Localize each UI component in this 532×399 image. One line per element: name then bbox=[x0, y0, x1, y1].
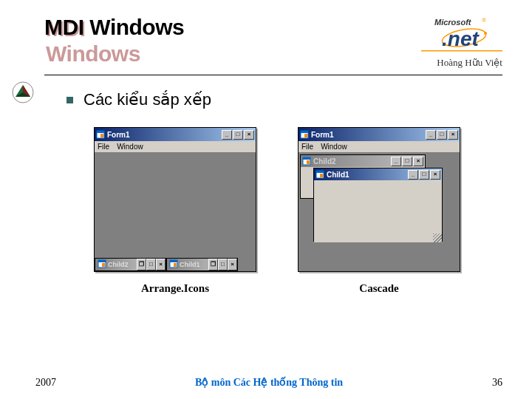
svg-rect-18 bbox=[174, 263, 177, 267]
maximize-button[interactable]: □ bbox=[233, 130, 243, 140]
svg-rect-17 bbox=[170, 260, 177, 262]
footer-center: Bộ môn Các Hệ thống Thông tin bbox=[80, 376, 458, 389]
resize-grip-icon[interactable] bbox=[451, 262, 460, 271]
header-divider bbox=[44, 75, 502, 75]
menubar: File Window bbox=[95, 141, 256, 153]
minimize-button[interactable]: _ bbox=[426, 130, 436, 140]
svg-rect-20 bbox=[301, 131, 308, 133]
mdi-client-area-cascade: Child2 _ □ × bbox=[299, 153, 460, 271]
footer-year: 2007 bbox=[35, 377, 80, 389]
svg-rect-27 bbox=[320, 174, 323, 177]
maximize-button[interactable]: □ bbox=[437, 130, 447, 140]
maximize-button[interactable]: □ bbox=[146, 259, 156, 270]
minimize-button[interactable]: _ bbox=[391, 157, 401, 166]
svg-rect-5 bbox=[421, 50, 502, 52]
minimized-child2[interactable]: Child2 ❐ □ × bbox=[95, 258, 166, 271]
menu-file[interactable]: File bbox=[301, 143, 313, 151]
form-icon bbox=[96, 130, 105, 139]
svg-text:.net: .net bbox=[442, 27, 480, 50]
close-button[interactable]: × bbox=[156, 259, 166, 270]
svg-rect-15 bbox=[102, 263, 105, 267]
dotnet-logo: Microsoft ® .net bbox=[421, 15, 502, 55]
svg-text:Microsoft: Microsoft bbox=[434, 18, 472, 27]
svg-rect-12 bbox=[100, 134, 103, 137]
svg-rect-21 bbox=[304, 134, 307, 137]
minimize-button[interactable]: _ bbox=[408, 170, 418, 180]
mdi-client-area-arrange: Child2 ❐ □ × bbox=[95, 153, 256, 271]
minimize-button[interactable]: _ bbox=[222, 130, 232, 140]
close-button[interactable]: × bbox=[228, 259, 237, 270]
svg-rect-14 bbox=[98, 260, 106, 262]
minimized-child1[interactable]: Child1 ❐ □ × bbox=[166, 258, 238, 271]
child2-title: Child2 bbox=[313, 157, 391, 166]
mdi-arrangeicons-window: Form1 _ □ × File Window bbox=[94, 127, 256, 272]
form-icon bbox=[169, 259, 178, 270]
maximize-button[interactable]: □ bbox=[402, 157, 412, 166]
form-icon bbox=[316, 170, 324, 179]
svg-rect-24 bbox=[307, 160, 310, 164]
menu-window[interactable]: Window bbox=[117, 143, 143, 151]
child1-title: Child1 bbox=[327, 171, 408, 179]
footer-page: 36 bbox=[458, 377, 502, 389]
restore-button[interactable]: ❐ bbox=[137, 259, 146, 270]
restore-button[interactable]: ❐ bbox=[208, 259, 218, 270]
svg-rect-11 bbox=[97, 131, 104, 133]
titlebar-title: Form1 bbox=[107, 131, 222, 139]
svg-text:®: ® bbox=[482, 17, 486, 24]
svg-rect-23 bbox=[303, 157, 310, 160]
menubar: File Window bbox=[299, 141, 460, 153]
close-button[interactable]: × bbox=[448, 130, 458, 140]
form-icon bbox=[302, 157, 311, 166]
maximize-button[interactable]: □ bbox=[419, 170, 429, 180]
caption-cascade: Cascade bbox=[359, 282, 398, 295]
triangle-icon bbox=[12, 81, 34, 103]
child-window-child1[interactable]: Child1 _ □ × bbox=[313, 168, 443, 242]
bullet-text-1: Các kiểu sắp xếp bbox=[83, 90, 211, 109]
author-name: Hoàng Hữu Việt bbox=[421, 57, 502, 69]
close-button[interactable]: × bbox=[413, 157, 423, 166]
min-child1-label: Child1 bbox=[180, 261, 200, 268]
menu-window[interactable]: Window bbox=[321, 143, 347, 151]
slide-title: MDI Windows bbox=[44, 15, 184, 40]
titlebar-form1-cascade[interactable]: Form1 _ □ × bbox=[299, 128, 460, 141]
menu-file[interactable]: File bbox=[98, 143, 109, 151]
close-button[interactable]: × bbox=[430, 170, 440, 180]
square-bullet-icon bbox=[66, 97, 73, 103]
maximize-button[interactable]: □ bbox=[218, 259, 228, 270]
resize-grip-icon[interactable] bbox=[247, 262, 256, 271]
caption-arrangeicons: Arrange.Icons bbox=[141, 282, 209, 295]
form-icon bbox=[98, 259, 106, 270]
close-button[interactable]: × bbox=[244, 130, 254, 140]
min-child2-label: Child2 bbox=[108, 261, 129, 268]
svg-rect-26 bbox=[316, 171, 324, 173]
mdi-cascade-window: Form1 _ □ × File Window bbox=[298, 127, 460, 272]
resize-grip-icon[interactable] bbox=[433, 233, 442, 242]
form-icon bbox=[300, 130, 309, 139]
svg-point-3 bbox=[484, 32, 487, 35]
titlebar-form1-arrange[interactable]: Form1 _ □ × bbox=[95, 128, 256, 141]
titlebar-title: Form1 bbox=[311, 131, 426, 139]
